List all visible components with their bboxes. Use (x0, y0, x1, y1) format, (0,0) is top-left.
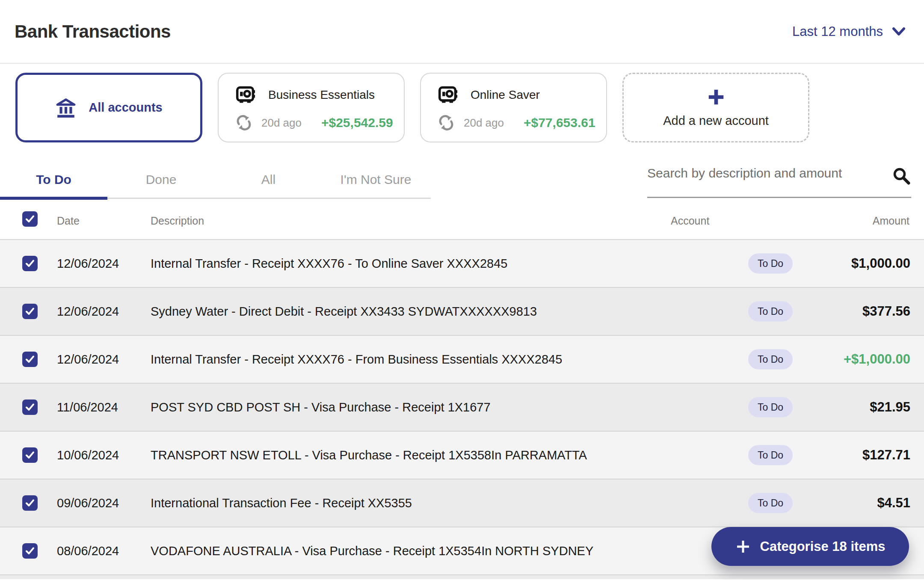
period-selector[interactable]: Last 12 months (792, 24, 906, 39)
account-card-online-saver[interactable]: Online Saver 20d ago +$77,653.61 (420, 73, 607, 142)
tab-to-do[interactable]: To Do (0, 162, 107, 198)
tab-im-not-sure[interactable]: I'm Not Sure (322, 162, 429, 198)
page-title: Bank Transactions (15, 21, 171, 42)
table-row-partial (0, 574, 924, 579)
table-row[interactable]: 12/06/2024 Internal Transfer - Receipt X… (0, 239, 924, 287)
categorise-button[interactable]: Categorise 18 items (711, 527, 909, 566)
row-date: 11/06/2024 (57, 400, 118, 414)
plus-icon (706, 87, 726, 107)
search-input[interactable] (647, 166, 890, 181)
row-description: POST SYD CBD POST SH - Visa Purchase - R… (151, 400, 491, 414)
account-name: Online Saver (471, 88, 540, 102)
row-checkbox[interactable] (22, 495, 38, 511)
row-amount: $1,000.00 (851, 256, 910, 271)
table-row[interactable]: 12/06/2024 Internal Transfer - Receipt X… (0, 335, 924, 383)
table-row[interactable]: 10/06/2024 TRANSPORT NSW ETOLL - Visa Pu… (0, 431, 924, 479)
bank-transactions-page: Bank Transactions Last 12 months All acc… (0, 0, 924, 580)
row-checkbox[interactable] (22, 543, 38, 559)
row-checkbox[interactable] (22, 352, 38, 367)
tab-all[interactable]: All (215, 162, 322, 198)
row-description: VODAFONE AUSTRALIA - Visa Purchase - Rec… (151, 544, 593, 558)
status-badge: To Do (748, 302, 793, 322)
safe-icon (438, 86, 458, 104)
select-all-checkbox[interactable] (22, 211, 38, 227)
table-row[interactable]: 12/06/2024 Sydney Water - Direct Debit -… (0, 287, 924, 335)
categorise-button-label: Categorise 18 items (760, 539, 886, 554)
add-account-label: Add a new account (663, 114, 769, 128)
column-header-date: Date (57, 215, 80, 227)
row-amount: $21.95 (870, 399, 910, 415)
safe-icon (236, 86, 255, 104)
row-date: 12/06/2024 (57, 352, 119, 367)
add-account-card[interactable]: Add a new account (622, 73, 809, 142)
last-synced: 20d ago (261, 116, 302, 130)
status-tabs: To Do Done All I'm Not Sure (0, 162, 431, 199)
row-amount: $4.51 (877, 495, 910, 511)
account-balance: +$25,542.59 (321, 115, 393, 130)
status-badge: To Do (748, 349, 793, 370)
column-header-account: Account (671, 215, 709, 227)
row-date: 10/06/2024 (57, 448, 119, 462)
row-amount: $377.56 (862, 304, 910, 319)
row-date: 08/06/2024 (57, 544, 119, 558)
row-description: Internal Transfer - Receipt XXXX76 - To … (151, 257, 507, 271)
period-label: Last 12 months (792, 24, 883, 39)
status-badge: To Do (748, 445, 793, 465)
row-amount: +$1,000.00 (844, 352, 910, 367)
status-badge: To Do (748, 397, 793, 417)
status-badge: To Do (748, 493, 793, 513)
row-description: International Transaction Fee - Receipt … (151, 496, 412, 510)
sync-icon (236, 115, 252, 131)
plus-icon (735, 539, 751, 554)
row-description: Sydney Water - Direct Debit - Receipt XX… (151, 305, 537, 319)
row-description: TRANSPORT NSW ETOLL - Visa Purchase - Re… (151, 448, 587, 462)
bank-icon (55, 98, 77, 118)
row-date: 09/06/2024 (57, 496, 119, 510)
tab-done[interactable]: Done (107, 162, 215, 198)
chevron-down-icon (891, 27, 906, 37)
row-date: 12/06/2024 (57, 305, 119, 319)
page-header: Bank Transactions Last 12 months (0, 0, 924, 64)
last-synced: 20d ago (464, 116, 504, 130)
table-row[interactable]: 09/06/2024 International Transaction Fee… (0, 479, 924, 527)
column-header-amount: Amount (873, 215, 909, 227)
row-checkbox[interactable] (22, 256, 38, 271)
row-checkbox[interactable] (22, 304, 38, 319)
row-description: Internal Transfer - Receipt XXXX76 - Fro… (151, 352, 562, 367)
row-date: 12/06/2024 (57, 257, 119, 271)
row-checkbox[interactable] (22, 399, 38, 415)
status-badge: To Do (748, 254, 793, 274)
row-checkbox[interactable] (22, 447, 38, 463)
row-amount: $127.71 (862, 447, 910, 463)
account-balance: +$77,653.61 (524, 115, 595, 130)
table-row[interactable]: 11/06/2024 POST SYD CBD POST SH - Visa P… (0, 383, 924, 431)
column-header-description: Description (151, 215, 204, 227)
account-cards: All accounts Business Essentials (15, 73, 809, 142)
account-card-business-essentials[interactable]: Business Essentials 20d ago +$25,542.59 (218, 73, 405, 142)
sync-icon (438, 115, 454, 131)
search-icon[interactable] (892, 167, 911, 186)
account-name: Business Essentials (268, 88, 375, 102)
table-header: Date Description Account Amount (0, 205, 924, 239)
all-accounts-card[interactable]: All accounts (15, 73, 202, 142)
all-accounts-label: All accounts (89, 101, 162, 115)
search-bar (647, 162, 911, 198)
